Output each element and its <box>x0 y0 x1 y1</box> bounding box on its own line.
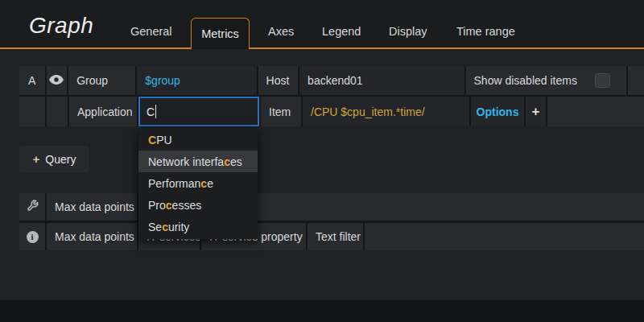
max-data-points-row: Max data points <box>19 193 644 221</box>
add-query-button[interactable]: + Query <box>19 146 89 172</box>
wrench-icon-cell <box>19 193 45 221</box>
item-value[interactable]: /CPU $cpu_item.*time/ <box>303 97 469 126</box>
item-text: e <box>207 177 213 190</box>
show-disabled-cell: Show disabled items <box>466 66 626 95</box>
active-tab-underline <box>0 47 644 49</box>
item-label: Item <box>261 97 301 126</box>
tab-time-range[interactable]: Time range <box>456 25 515 38</box>
item-text: PU <box>156 134 171 147</box>
item-text: esses <box>172 199 202 212</box>
dropdown-item-network-interfaces[interactable]: Network interfaces <box>138 151 258 172</box>
options-button[interactable]: Options <box>471 97 524 126</box>
tab-general[interactable]: General <box>130 25 172 38</box>
row-end-cell <box>547 97 644 126</box>
host-label: Host <box>258 66 299 95</box>
eye-icon <box>49 74 64 87</box>
row-filler-cell <box>365 223 644 250</box>
tab-legend[interactable]: Legend <box>322 25 361 38</box>
plus-icon: + <box>33 153 40 165</box>
page-title: Graph <box>29 13 93 39</box>
item-match-text: c <box>224 155 230 168</box>
item-match-text: c <box>162 221 168 233</box>
info-icon: i <box>27 231 39 243</box>
group-value[interactable]: $group <box>137 66 256 95</box>
letter-spacer-cell <box>19 97 45 126</box>
dropdown-item-performance[interactable]: Performance <box>138 172 258 194</box>
query-letter[interactable]: A <box>19 66 45 95</box>
text-filter-cell: Text filter <box>308 223 363 250</box>
row-end-cell <box>628 66 644 95</box>
show-disabled-checkbox[interactable] <box>595 73 610 88</box>
application-input[interactable]: C <box>138 97 259 126</box>
wrench-icon <box>27 200 39 214</box>
application-input-value: C <box>147 105 155 118</box>
item-text: Se <box>148 221 162 233</box>
item-text: Pro <box>148 199 166 212</box>
toggle-visibility-cell[interactable] <box>47 66 68 95</box>
dropdown-item-processes[interactable]: Processes <box>138 194 258 216</box>
max-data-points-label: Max data points <box>47 223 137 250</box>
add-item-button[interactable]: + <box>526 97 546 126</box>
editor-header: Graph General Axes Legend Display Time r… <box>0 0 644 47</box>
panel-editor: Graph General Axes Legend Display Time r… <box>0 0 644 322</box>
item-text: urity <box>168 221 189 233</box>
item-match-text: C <box>148 134 156 147</box>
query-editor: A Group $group Host backend01 Show disab… <box>19 66 644 126</box>
tab-axes[interactable]: Axes <box>268 25 294 38</box>
item-match-text: c <box>200 177 207 190</box>
item-text: Network interfa <box>148 155 224 168</box>
page-bottom-strip <box>0 300 644 322</box>
info-options-row: i Max data points IT services IT service… <box>19 223 644 250</box>
plus-icon: + <box>532 105 540 118</box>
tab-display[interactable]: Display <box>389 25 427 38</box>
add-query-label: Query <box>45 153 76 166</box>
dropdown-item-cpu[interactable]: CPU <box>138 129 258 151</box>
eye-spacer-cell <box>47 97 68 126</box>
query-row-main: A Group $group Host backend01 Show disab… <box>19 66 644 95</box>
panel-options-rows: Max data points i Max data points IT ser… <box>19 193 644 250</box>
application-typeahead-dropdown: CPU Network interfaces Performance Proce… <box>138 127 258 239</box>
dropdown-item-security[interactable]: Security <box>138 216 258 237</box>
max-data-points-label: Max data points <box>47 193 137 221</box>
show-disabled-label: Show disabled items <box>474 74 577 87</box>
info-icon-cell: i <box>19 223 45 250</box>
application-label: Application <box>69 97 137 126</box>
item-text: es <box>230 155 242 168</box>
text-caret <box>155 105 156 118</box>
host-value[interactable]: backend01 <box>299 66 464 95</box>
query-row-secondary: Application C Item /CPU $cpu_item.*time/… <box>19 97 644 126</box>
item-match-text: c <box>166 199 172 212</box>
tab-metrics[interactable]: Metrics <box>191 18 250 49</box>
item-text: Performan <box>148 177 200 190</box>
group-label: Group <box>68 66 135 95</box>
